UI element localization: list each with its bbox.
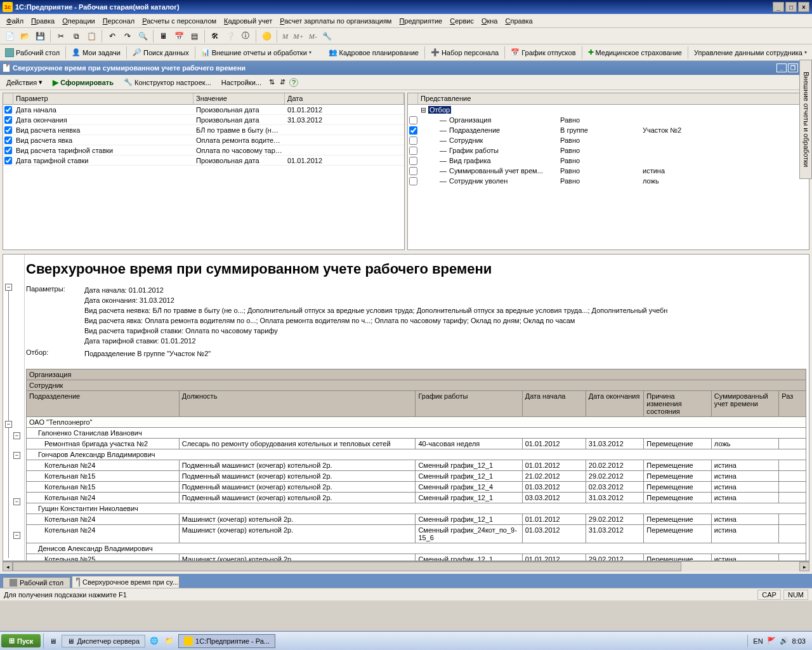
- col-header[interactable]: Причина изменения состояния: [644, 391, 711, 417]
- outline-collapse-icon[interactable]: −: [13, 452, 20, 459]
- employee-row[interactable]: Гончаров Александр Владимирович: [27, 449, 806, 460]
- menu-0[interactable]: Файл: [3, 16, 27, 26]
- data-row[interactable]: Котельная №24Подменный машинист (кочегар…: [27, 460, 806, 471]
- zoom-m-plus[interactable]: M+: [291, 32, 306, 40]
- nav-reports[interactable]: 📊Внешние отчеты и обработки▾: [199, 47, 314, 58]
- col-header[interactable]: Подразделение: [27, 391, 180, 417]
- help-icon[interactable]: ?: [289, 78, 298, 87]
- data-row[interactable]: Котельная №24Машинист (кочегар) котельно…: [27, 525, 806, 543]
- nav-search[interactable]: 🔎Поиск данных: [130, 47, 192, 58]
- param-row[interactable]: Вид расчета неявкаБЛ по травме в быту (н…: [3, 125, 404, 135]
- filter-checkbox[interactable]: [409, 167, 417, 175]
- menu-2[interactable]: Операции: [58, 16, 98, 26]
- nav-tasks[interactable]: 👤Мои задачи: [69, 47, 123, 58]
- help-icon[interactable]: ❔: [223, 29, 237, 43]
- system-tray[interactable]: EN 🚩 🔊 8:03: [747, 635, 811, 647]
- filter-col-repr[interactable]: Представление: [418, 93, 809, 104]
- param-row[interactable]: Вид расчета тарифной ставкиОплата по час…: [3, 145, 404, 156]
- save-icon[interactable]: 💾: [33, 29, 47, 43]
- filter-row[interactable]: —ОрганизацияРавно: [408, 115, 809, 125]
- scroll-right-icon[interactable]: ▸: [799, 562, 809, 571]
- new-icon[interactable]: 📄: [3, 29, 16, 43]
- param-checkbox[interactable]: [4, 126, 12, 134]
- tray-lang[interactable]: EN: [753, 637, 763, 645]
- scroll-left-icon[interactable]: ◂: [3, 562, 13, 571]
- form-button[interactable]: ▶Сформировать: [49, 77, 117, 88]
- data-row[interactable]: Котельная №25Машинист (кочегар) котельно…: [27, 554, 806, 562]
- open-icon[interactable]: 📂: [18, 29, 32, 43]
- params-col-param[interactable]: Параметр: [13, 93, 193, 104]
- param-checkbox[interactable]: [4, 136, 12, 144]
- menu-10[interactable]: Справка: [502, 16, 537, 26]
- wrench-icon[interactable]: 🔧: [320, 29, 334, 43]
- filter-checkbox[interactable]: [409, 116, 417, 124]
- data-row[interactable]: Котельная №24Подменный машинист (кочегар…: [27, 493, 806, 503]
- nav-desktop[interactable]: Рабочий стол: [3, 47, 62, 58]
- outline-collapse-icon[interactable]: −: [13, 498, 20, 505]
- constructor-button[interactable]: 🔧Конструктор настроек...: [120, 77, 215, 88]
- calc-icon[interactable]: 🖩: [157, 29, 171, 43]
- menu-5[interactable]: Кадровый учет: [220, 16, 276, 26]
- menu-7[interactable]: Предприятие: [395, 16, 446, 26]
- maximize-button[interactable]: □: [785, 2, 797, 12]
- menu-6[interactable]: Расчет зарплаты по организациям: [276, 16, 395, 26]
- filter-row[interactable]: —СотрудникРавно: [408, 135, 809, 145]
- param-row[interactable]: Дата окончанияПроизвольная дата31.03.201…: [3, 115, 404, 125]
- filter-checkbox[interactable]: [409, 136, 417, 145]
- menu-8[interactable]: Сервис: [446, 16, 478, 26]
- info-icon[interactable]: ⓘ: [239, 29, 252, 43]
- filter-row[interactable]: —Сотрудник уволенРавноложь: [408, 176, 809, 186]
- side-panel-tab[interactable]: Внешние отчеты и обработки: [799, 60, 812, 179]
- nav-mgmt[interactable]: Управление данными сотрудника▾: [691, 48, 809, 58]
- menu-1[interactable]: Правка: [27, 16, 58, 26]
- col-header[interactable]: Дата начала: [522, 391, 586, 417]
- filter-row[interactable]: —Вид графикаРавно: [408, 156, 809, 166]
- close-button[interactable]: ×: [798, 2, 809, 12]
- filter-checkbox[interactable]: [409, 126, 417, 135]
- param-row[interactable]: Вид расчета явкаОплата ремонта водителям…: [3, 135, 404, 145]
- nav-medical[interactable]: ✚Медицинское страхование: [586, 47, 684, 58]
- sub-minimize-button[interactable]: _: [776, 63, 787, 72]
- run-icon[interactable]: 🟡: [259, 29, 273, 43]
- start-button[interactable]: ⊞ Пуск: [1, 634, 41, 647]
- settings-button[interactable]: Настройки...: [218, 77, 265, 88]
- ql-server-icon[interactable]: 🖥: [46, 635, 59, 647]
- actions-menu[interactable]: Действия▾: [3, 77, 46, 88]
- sub-maximize-button[interactable]: ❐: [788, 63, 798, 72]
- filter-checkbox[interactable]: [409, 157, 417, 165]
- col-header[interactable]: График работы: [416, 391, 522, 417]
- filter-row[interactable]: —График работыРавно: [408, 145, 809, 156]
- task-server[interactable]: 🖥 Диспетчер сервера: [62, 635, 145, 647]
- ql-ie-icon[interactable]: 🌐: [148, 635, 160, 647]
- outline-collapse-icon[interactable]: −: [5, 284, 12, 291]
- employee-row[interactable]: Гущин Константин Николаевич: [27, 503, 806, 514]
- params-col-value[interactable]: Значение: [193, 93, 285, 104]
- cut-icon[interactable]: ✂: [54, 29, 68, 43]
- menu-9[interactable]: Окна: [478, 16, 502, 26]
- nav-hire[interactable]: ➕Набор персонала: [428, 47, 501, 58]
- filter-checkbox[interactable]: [409, 177, 417, 185]
- line-icon[interactable]: ▤: [187, 29, 201, 43]
- task-1c[interactable]: 1С:Предприятие - Ра...: [178, 634, 275, 648]
- tool-icon[interactable]: 🛠: [208, 29, 222, 43]
- col-header[interactable]: Суммированный учет времени: [711, 391, 778, 417]
- nav-vacation[interactable]: 📅График отпусков: [508, 47, 578, 58]
- nav-planning[interactable]: 👥Кадровое планирование: [326, 47, 421, 58]
- menu-3[interactable]: Персонал: [99, 16, 139, 26]
- copy-icon[interactable]: ⧉: [69, 29, 83, 43]
- filter-checkbox[interactable]: [409, 147, 417, 155]
- data-row[interactable]: Ремонтная бригада участка №2Слесарь по р…: [27, 439, 806, 449]
- paste-icon[interactable]: 📋: [84, 29, 98, 43]
- sort-asc-icon[interactable]: ⇅: [268, 77, 276, 88]
- param-checkbox[interactable]: [4, 116, 12, 124]
- col-header[interactable]: Раз: [779, 391, 806, 417]
- col-header[interactable]: Дата окончания: [586, 391, 644, 417]
- tray-sound-icon[interactable]: 🔊: [780, 637, 789, 645]
- data-row[interactable]: Котельная №15Подменный машинист (кочегар…: [27, 482, 806, 493]
- tab-desktop[interactable]: Рабочий стол: [3, 577, 70, 588]
- outline-collapse-icon[interactable]: −: [13, 432, 20, 439]
- minimize-button[interactable]: _: [773, 2, 784, 12]
- redo-icon[interactable]: ↷: [121, 29, 134, 43]
- filter-row[interactable]: —Суммированный учет врем...Равноистина: [408, 166, 809, 176]
- menu-4[interactable]: Расчеты с персоналом: [138, 16, 220, 26]
